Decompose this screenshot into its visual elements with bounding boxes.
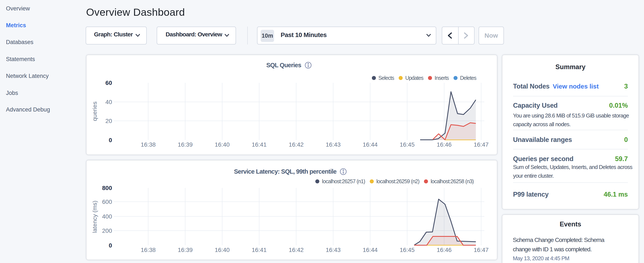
svg-text:800: 800	[102, 185, 112, 191]
svg-text:16:41: 16:41	[252, 141, 266, 148]
svg-text:16:39: 16:39	[178, 141, 193, 148]
svg-text:600: 600	[102, 198, 112, 205]
svg-text:16:44: 16:44	[363, 247, 378, 253]
svg-text:16:47: 16:47	[474, 141, 488, 148]
svg-text:40: 40	[106, 99, 112, 105]
svg-text:16:40: 16:40	[215, 247, 230, 253]
svg-text:16:39: 16:39	[178, 247, 193, 253]
svg-text:20: 20	[106, 118, 112, 124]
svg-text:16:40: 16:40	[215, 141, 230, 148]
svg-text:queries: queries	[92, 102, 98, 121]
svg-text:16:42: 16:42	[289, 247, 304, 253]
svg-text:0: 0	[109, 242, 112, 249]
svg-text:16:46: 16:46	[437, 247, 452, 253]
svg-text:0: 0	[109, 137, 112, 143]
svg-text:16:44: 16:44	[363, 141, 378, 148]
svg-text:16:46: 16:46	[437, 141, 452, 148]
svg-text:400: 400	[102, 213, 112, 220]
svg-text:16:41: 16:41	[252, 247, 266, 253]
svg-text:200: 200	[102, 227, 112, 234]
svg-text:16:43: 16:43	[326, 141, 340, 148]
svg-text:16:45: 16:45	[400, 141, 414, 148]
svg-text:16:43: 16:43	[326, 247, 340, 253]
svg-text:16:42: 16:42	[289, 141, 304, 148]
svg-text:16:45: 16:45	[400, 247, 414, 253]
svg-text:16:38: 16:38	[141, 141, 156, 148]
svg-text:16:38: 16:38	[141, 247, 156, 253]
svg-text:latency (ms): latency (ms)	[92, 201, 98, 233]
svg-text:60: 60	[106, 80, 112, 86]
svg-text:16:47: 16:47	[474, 247, 488, 253]
